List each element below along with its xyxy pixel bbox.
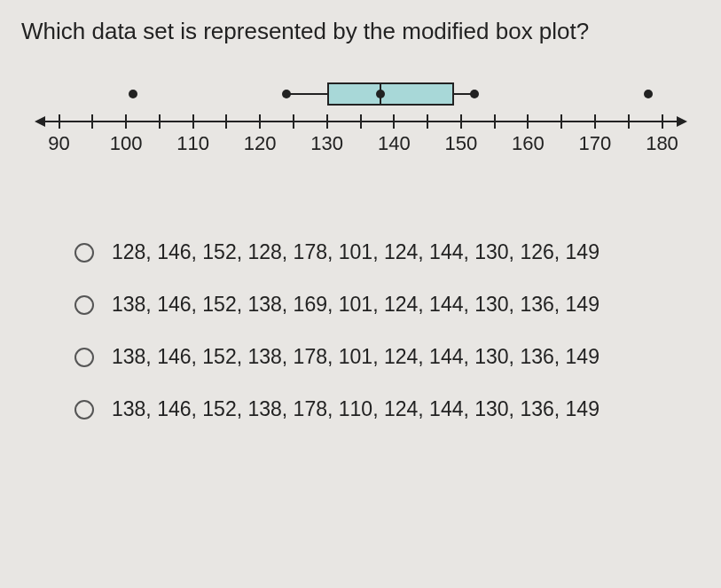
tick: [494, 114, 496, 129]
option-4-text: 138, 146, 152, 138, 178, 110, 124, 144, …: [112, 397, 600, 421]
radio-icon: [74, 348, 94, 367]
tick: [360, 114, 362, 129]
option-1[interactable]: 128, 146, 152, 128, 178, 101, 124, 144, …: [74, 240, 700, 264]
radio-icon: [74, 400, 94, 419]
radio-icon: [74, 295, 94, 315]
outlier-dot: [644, 90, 653, 98]
tick: [560, 114, 562, 129]
tick-label: 160: [512, 132, 545, 155]
tick-label: 90: [48, 132, 69, 155]
tick: [594, 114, 596, 129]
tick: [125, 114, 127, 129]
tick: [91, 114, 93, 129]
option-2[interactable]: 138, 146, 152, 138, 169, 101, 124, 144, …: [74, 293, 700, 317]
option-4[interactable]: 138, 146, 152, 138, 178, 110, 124, 144, …: [74, 397, 700, 421]
answer-options: 128, 146, 152, 128, 178, 101, 124, 144, …: [21, 240, 700, 421]
tick-label: 110: [176, 132, 209, 155]
tick-label: 150: [444, 132, 477, 155]
tick: [59, 114, 60, 129]
tick: [192, 114, 194, 129]
box-plot: 90100110120130140150160170180: [42, 72, 680, 152]
radio-icon: [74, 243, 94, 263]
tick: [460, 114, 462, 129]
option-3-text: 138, 146, 152, 138, 178, 101, 124, 144, …: [112, 345, 600, 369]
tick: [427, 114, 428, 129]
question-text: Which data set is represented by the mod…: [21, 18, 700, 45]
tick-label: 100: [110, 132, 143, 155]
tick: [159, 114, 161, 129]
tick-label: 180: [646, 132, 678, 155]
marker-dot: [470, 90, 479, 98]
option-2-text: 138, 146, 152, 138, 169, 101, 124, 144, …: [112, 293, 600, 317]
option-1-text: 128, 146, 152, 128, 178, 101, 124, 144, …: [112, 240, 600, 264]
tick: [393, 114, 395, 129]
tick: [225, 114, 227, 129]
tick: [527, 114, 529, 129]
whisker-low: [286, 93, 326, 95]
tick-label: 120: [244, 132, 277, 155]
tick: [259, 114, 261, 129]
tick: [662, 114, 663, 129]
marker-dot: [282, 90, 291, 98]
tick: [326, 114, 328, 129]
outlier-dot: [129, 90, 137, 98]
marker-dot: [376, 90, 385, 98]
box: [327, 82, 455, 106]
tick-label: 170: [579, 132, 612, 155]
axis-arrow-right: [677, 116, 687, 127]
option-3[interactable]: 138, 146, 152, 138, 178, 101, 124, 144, …: [74, 345, 700, 369]
tick-label: 140: [378, 132, 411, 155]
tick: [628, 114, 630, 129]
tick-label: 130: [310, 132, 343, 155]
tick: [293, 114, 294, 129]
